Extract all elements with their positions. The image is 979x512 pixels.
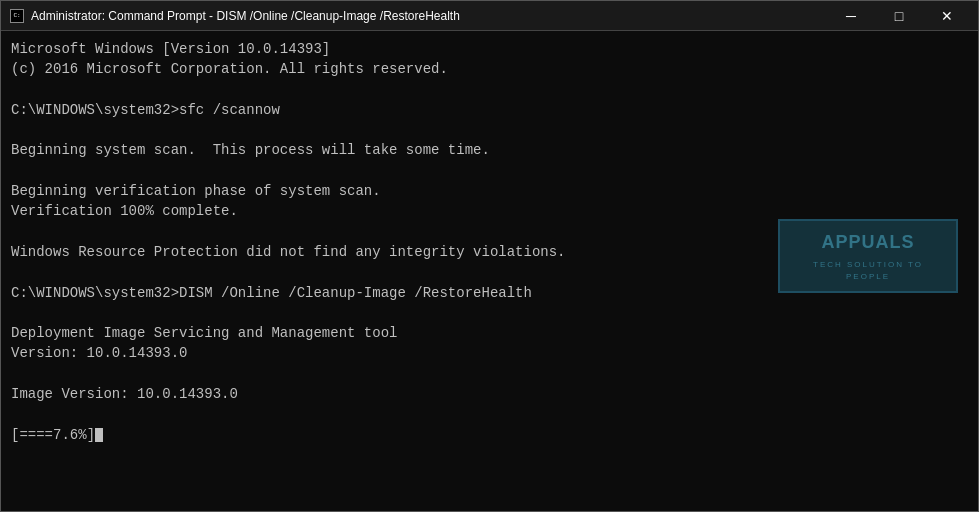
- window: Administrator: Command Prompt - DISM /On…: [0, 0, 979, 512]
- line-15: Deployment Image Servicing and Managemen…: [11, 323, 968, 343]
- line-7: [11, 161, 968, 181]
- title-bar-left: Administrator: Command Prompt - DISM /On…: [9, 8, 460, 24]
- line-16: Version: 10.0.14393.0: [11, 343, 968, 363]
- close-button[interactable]: ✕: [924, 1, 970, 31]
- watermark: APPUALS TECH SOLUTION TO PEOPLE: [778, 211, 958, 301]
- progress-line: [==== 7.6% ]: [11, 425, 968, 445]
- watermark-box: APPUALS TECH SOLUTION TO PEOPLE: [778, 219, 958, 292]
- title-bar: Administrator: Command Prompt - DISM /On…: [1, 1, 978, 31]
- line-5: [11, 120, 968, 140]
- line-17: [11, 364, 968, 384]
- line-6: Beginning system scan. This process will…: [11, 140, 968, 160]
- line-3: [11, 80, 968, 100]
- progress-prefix: [====: [11, 425, 53, 445]
- line-1: Microsoft Windows [Version 10.0.14393]: [11, 39, 968, 59]
- line-4: C:\WINDOWS\system32>sfc /scannow: [11, 100, 968, 120]
- cmd-icon: [9, 8, 25, 24]
- line-19: [11, 404, 968, 424]
- cmd-icon-graphic: [10, 9, 24, 23]
- watermark-logo: APPUALS: [792, 229, 944, 255]
- progress-percent: 7.6%: [53, 425, 87, 445]
- window-title: Administrator: Command Prompt - DISM /On…: [31, 9, 460, 23]
- line-14: [11, 303, 968, 323]
- progress-suffix: ]: [87, 425, 95, 445]
- cursor: [95, 428, 103, 442]
- minimize-button[interactable]: ─: [828, 1, 874, 31]
- line-18: Image Version: 10.0.14393.0: [11, 384, 968, 404]
- terminal-body[interactable]: Microsoft Windows [Version 10.0.14393] (…: [1, 31, 978, 511]
- title-bar-controls: ─ □ ✕: [828, 1, 970, 31]
- line-8: Beginning verification phase of system s…: [11, 181, 968, 201]
- watermark-sub: TECH SOLUTION TO PEOPLE: [792, 259, 944, 282]
- line-2: (c) 2016 Microsoft Corporation. All righ…: [11, 59, 968, 79]
- maximize-button[interactable]: □: [876, 1, 922, 31]
